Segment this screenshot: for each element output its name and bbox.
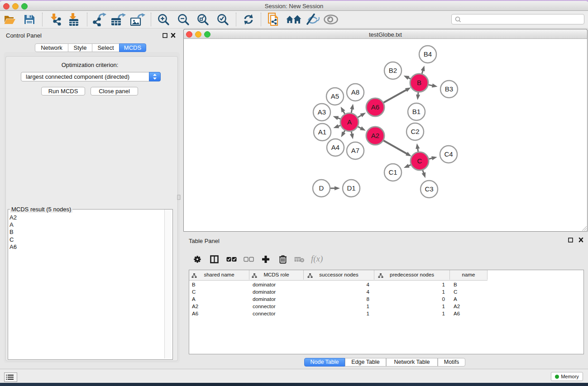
svg-text:C1: C1	[388, 168, 397, 176]
svg-text:C3: C3	[425, 185, 433, 193]
svg-text:C: C	[417, 157, 422, 165]
svg-text:A: A	[347, 118, 352, 126]
svg-text:A2: A2	[371, 132, 379, 139]
svg-text:B: B	[417, 79, 421, 86]
svg-text:A4: A4	[331, 143, 339, 151]
svg-text:D: D	[319, 184, 324, 192]
svg-text:B2: B2	[389, 67, 397, 74]
svg-text:A3: A3	[318, 108, 326, 116]
svg-text:A6: A6	[371, 103, 379, 111]
svg-text:A7: A7	[351, 147, 359, 154]
svg-text:B4: B4	[424, 50, 432, 58]
svg-text:B3: B3	[445, 85, 453, 93]
svg-text:D1: D1	[347, 184, 355, 192]
svg-text:A1: A1	[318, 128, 326, 136]
svg-text:C4: C4	[444, 150, 453, 158]
svg-text:A8: A8	[351, 88, 359, 96]
svg-text:A5: A5	[331, 92, 339, 100]
svg-text:B1: B1	[412, 108, 421, 115]
svg-text:C2: C2	[411, 128, 419, 135]
